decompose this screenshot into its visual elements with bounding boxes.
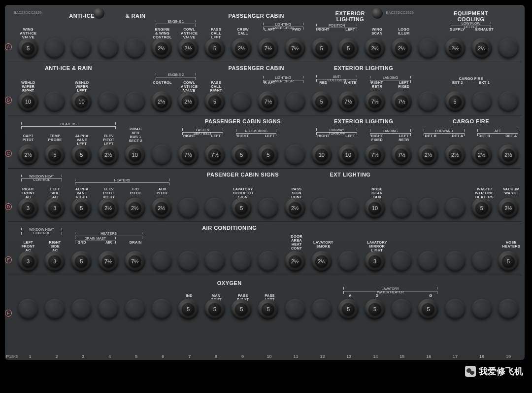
col-number: 15	[389, 354, 415, 359]
breaker-blank	[471, 91, 492, 112]
bracket-label: FORWARD	[424, 129, 464, 133]
circuit-breaker[interactable]: 5	[204, 91, 225, 112]
circuit-breaker[interactable]: 5	[178, 299, 199, 320]
circuit-breaker[interactable]: 5	[71, 144, 92, 165]
circuit-breaker[interactable]: 2½	[285, 198, 305, 218]
circuit-breaker[interactable]: 5	[258, 144, 278, 165]
col-number: 2	[43, 354, 70, 359]
circuit-breaker[interactable]: 5	[311, 38, 332, 59]
circuit-breaker[interactable]: 7½	[204, 144, 225, 165]
col-number: 14	[362, 354, 389, 359]
circuit-breaker[interactable]: 7½	[391, 91, 412, 112]
circuit-breaker[interactable]: 3	[44, 251, 65, 272]
bracket-label: ENGINE 2	[156, 73, 196, 76]
circuit-breaker[interactable]: 2½	[18, 144, 38, 165]
circuit-breaker[interactable]: 5	[204, 38, 225, 59]
circuit-breaker[interactable]: 2½	[151, 91, 172, 112]
circuit-breaker[interactable]: 7½	[365, 91, 385, 112]
circuit-breaker[interactable]: 5	[204, 299, 225, 320]
circuit-breaker[interactable]: 2½	[311, 251, 332, 272]
breaker-label: GND	[68, 241, 95, 245]
circuit-breaker[interactable]: 5	[471, 198, 492, 218]
breaker-blank	[98, 38, 119, 59]
circuit-breaker[interactable]: 7½	[285, 38, 305, 59]
circuit-breaker[interactable]: 2½	[365, 38, 385, 59]
breaker-slots: 2½552½107½7½5510107½7½2½2½2½2½	[15, 144, 522, 165]
circuit-breaker[interactable]: 2½	[178, 91, 199, 112]
circuit-breaker[interactable]: 2½	[125, 198, 145, 218]
circuit-breaker[interactable]: 2½	[445, 38, 466, 59]
circuit-breaker[interactable]: 5	[44, 144, 65, 165]
circuit-breaker[interactable]: 2½	[418, 144, 438, 165]
col-number: 8	[203, 354, 230, 359]
group-header: PASSENGER CABIN SIGNS	[203, 118, 282, 124]
circuit-breaker[interactable]: 7½	[178, 144, 199, 165]
circuit-breaker[interactable]: 10	[338, 144, 359, 165]
circuit-breaker[interactable]: 10	[71, 91, 92, 112]
col-number: 1	[17, 354, 43, 359]
circuit-breaker[interactable]: 7½	[98, 251, 119, 272]
circuit-breaker[interactable]: 5	[231, 299, 252, 320]
circuit-breaker[interactable]: 5	[71, 251, 92, 272]
circuit-breaker[interactable]: 3	[365, 251, 385, 272]
bracket-label: DRAIN MAST	[75, 237, 115, 240]
group-header: & RAIN	[96, 13, 175, 19]
circuit-breaker[interactable]: 2½	[471, 38, 492, 59]
breaker-slots: 5555555	[15, 299, 522, 320]
row-E: EAIR CONDITIONINGWINDOW HEAT CONTROLHEAT…	[8, 222, 522, 275]
circuit-breaker[interactable]: 3	[44, 198, 65, 218]
circuit-breaker[interactable]: 2½	[151, 38, 172, 59]
circuit-breaker[interactable]: 2½	[231, 38, 252, 59]
circuit-breaker[interactable]: 10	[365, 198, 385, 218]
circuit-breaker[interactable]: 5	[231, 198, 252, 218]
circuit-breaker[interactable]: 5	[18, 38, 38, 59]
circuit-breaker[interactable]: 5	[71, 198, 92, 218]
breaker-blank	[231, 91, 252, 112]
circuit-breaker[interactable]: 7½	[258, 38, 278, 59]
circuit-breaker[interactable]: 2½	[445, 144, 466, 165]
circuit-breaker[interactable]: 2½	[498, 144, 519, 165]
breaker-label: FWD	[283, 28, 310, 32]
breaker-label: G	[417, 294, 444, 298]
circuit-breaker[interactable]: 7½	[338, 91, 359, 112]
circuit-breaker[interactable]: 5	[498, 251, 519, 272]
circuit-breaker[interactable]: 5	[418, 299, 438, 320]
circuit-breaker[interactable]: 7½	[125, 251, 145, 272]
circuit-breaker[interactable]: 5	[258, 299, 278, 320]
circuit-breaker[interactable]: 5	[445, 91, 466, 112]
circuit-breaker[interactable]: 3	[18, 251, 38, 272]
circuit-breaker[interactable]: 7½	[391, 144, 412, 165]
bracket-label: LIGHTING EMER CHGR	[263, 76, 303, 79]
circuit-breaker[interactable]: 2½	[498, 198, 519, 218]
circuit-breaker[interactable]: 10	[125, 144, 145, 165]
breaker-label: EXT 1	[471, 81, 498, 85]
circuit-breaker[interactable]: 3	[18, 198, 38, 218]
circuit-breaker[interactable]: 2½	[178, 38, 199, 59]
circuit-breaker[interactable]: 10	[18, 91, 38, 112]
bracket-label: LIGHTING EMER CHGR	[263, 23, 303, 26]
row-letter: C	[5, 150, 12, 157]
circuit-breaker[interactable]: 2½	[285, 251, 305, 272]
bracket-label: FASTEN SEAT BELT	[182, 128, 223, 132]
breaker-blank	[391, 198, 412, 218]
breaker-blank	[498, 38, 519, 59]
circuit-breaker[interactable]: 2½	[391, 38, 412, 59]
circuit-breaker[interactable]: 2½	[98, 144, 119, 165]
circuit-breaker[interactable]: 2½	[151, 198, 172, 218]
circuit-breaker[interactable]: 2½	[98, 198, 119, 218]
circuit-breaker[interactable]: 7½	[258, 91, 278, 112]
row-F: FOXYGENLAVATORY WATER HEATERINDMAN CONTP…	[8, 275, 522, 322]
circuit-breaker[interactable]: 10	[311, 144, 332, 165]
breaker-blank	[445, 299, 466, 320]
breaker-label: CAPT PITOT	[15, 134, 41, 142]
breaker-label: TEMP PROBE	[42, 134, 68, 142]
circuit-breaker[interactable]: 5	[338, 299, 359, 320]
circuit-breaker[interactable]: 5	[231, 144, 252, 165]
circuit-breaker[interactable]: 5	[365, 299, 385, 320]
circuit-breaker[interactable]: 7½	[365, 144, 385, 165]
circuit-breaker[interactable]: 5	[311, 91, 332, 112]
circuit-breaker[interactable]: 5	[338, 38, 359, 59]
column-numbers: 12345678910111213141516171819	[17, 354, 522, 359]
circuit-breaker[interactable]: 2½	[471, 144, 492, 165]
breaker-blank	[285, 91, 305, 112]
